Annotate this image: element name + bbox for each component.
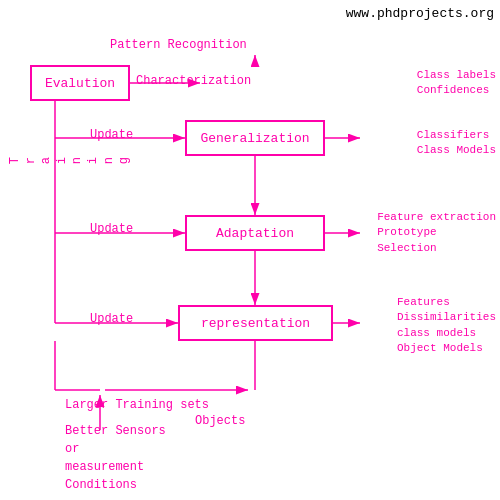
- pattern-recognition-label: Pattern Recognition: [110, 38, 247, 52]
- feature-label: Feature extractionPrototypeSelection: [377, 210, 496, 256]
- classifiers-label: ClassifiersClass Models: [417, 128, 496, 159]
- box-representation: representation: [178, 305, 333, 341]
- box-evalution: Evalution: [30, 65, 130, 101]
- larger-label: Larger Training sets: [65, 398, 209, 412]
- website-label: www.phdprojects.org: [346, 6, 494, 21]
- diagram-container: www.phdprojects.org Pattern Recognition …: [0, 0, 500, 500]
- objects-label: Objects: [195, 414, 245, 428]
- update-rep-label: Update: [90, 312, 133, 326]
- features-label: FeaturesDissimilaritiesclass modelsObjec…: [397, 295, 496, 357]
- characterization-label: Characterization: [136, 74, 251, 88]
- training-label: Training: [8, 155, 133, 164]
- update-ada-label: Update: [90, 222, 133, 236]
- update-gen-label: Update: [90, 128, 133, 142]
- class-labels-label: Class labelsConfidences: [417, 68, 496, 99]
- better-label: Better SensorsormeasurementConditions: [65, 422, 166, 494]
- box-generalization: Generalization: [185, 120, 325, 156]
- box-adaptation: Adaptation: [185, 215, 325, 251]
